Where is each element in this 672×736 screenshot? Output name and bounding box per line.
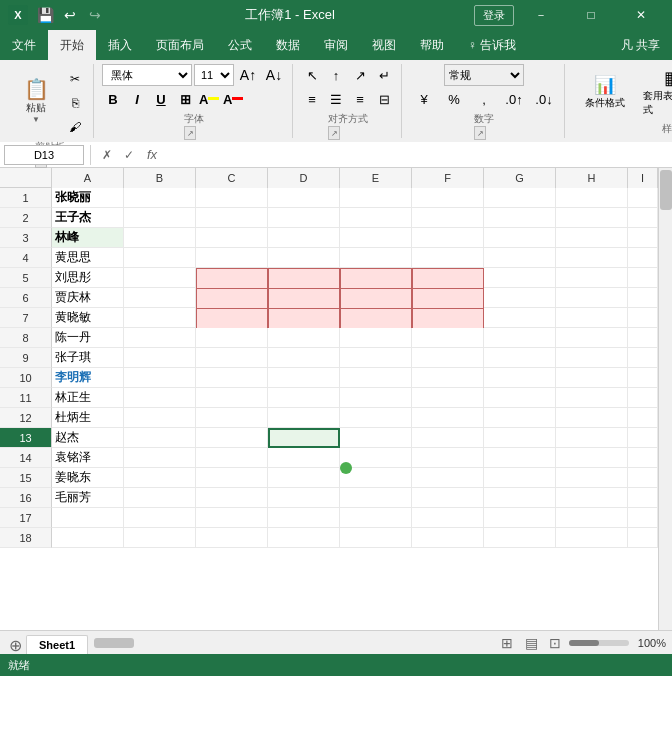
cell-c15[interactable] [196,468,268,488]
col-header-c[interactable]: C [196,168,268,188]
cell-h11[interactable] [556,388,628,408]
col-header-i[interactable]: I [628,168,658,188]
bold-button[interactable]: B [102,88,124,110]
row-header-16[interactable]: 16 [0,488,52,508]
tab-formula[interactable]: 公式 [216,30,264,60]
cell-f13[interactable] [412,428,484,448]
cell-g15[interactable] [484,468,556,488]
number-format-select[interactable]: 常规 [444,64,524,86]
cell-g3[interactable] [484,228,556,248]
font-color-button[interactable]: A [222,88,244,110]
cell-a10[interactable]: 李明辉 [52,368,124,388]
cell-b13[interactable] [124,428,196,448]
font-family-select[interactable]: 黑体 [102,64,192,86]
align-top-right-button[interactable]: ↗ [349,64,371,86]
comma-button[interactable]: , [470,88,498,110]
number-collapse-button[interactable]: ↗ [474,126,486,140]
cell-h4[interactable] [556,248,628,268]
underline-button[interactable]: U [150,88,172,110]
row-header-13[interactable]: 13 [0,428,52,448]
cell-h8[interactable] [556,328,628,348]
cell-d16[interactable] [268,488,340,508]
col-header-h[interactable]: H [556,168,628,188]
cell-e15[interactable] [340,468,412,488]
cell-e3[interactable] [340,228,412,248]
cell-a11[interactable]: 林正生 [52,388,124,408]
page-break-view-button[interactable]: ⊡ [545,633,565,653]
tab-page-layout[interactable]: 页面布局 [144,30,216,60]
cell-c2[interactable] [196,208,268,228]
cell-h17[interactable] [556,508,628,528]
cell-i7[interactable] [628,308,658,328]
cell-i18[interactable] [628,528,658,548]
cell-e9[interactable] [340,348,412,368]
vertical-scrollbar[interactable] [658,168,672,630]
cell-d4[interactable] [268,248,340,268]
cell-g18[interactable] [484,528,556,548]
cell-f7[interactable] [412,308,484,330]
cell-a18[interactable] [52,528,124,548]
cell-e6[interactable] [340,288,412,310]
cell-d13[interactable] [268,428,340,448]
cell-d7[interactable] [268,308,340,330]
cell-i3[interactable] [628,228,658,248]
row-header-6[interactable]: 6 [0,288,52,308]
conditional-format-button[interactable]: 📊 条件格式 [573,71,637,113]
corner-header[interactable] [0,168,52,188]
tab-data[interactable]: 数据 [264,30,312,60]
name-box[interactable] [4,145,84,165]
cell-b17[interactable] [124,508,196,528]
cell-b7[interactable] [124,308,196,328]
cell-b14[interactable] [124,448,196,468]
decrease-font-button[interactable]: A↓ [262,64,286,86]
cell-h13[interactable] [556,428,628,448]
cell-e14[interactable] [340,448,412,468]
row-header-1[interactable]: 1 [0,188,52,208]
cell-e12[interactable] [340,408,412,428]
cell-e11[interactable] [340,388,412,408]
cell-d15[interactable] [268,468,340,488]
cell-e18[interactable] [340,528,412,548]
cell-b9[interactable] [124,348,196,368]
cell-g4[interactable] [484,248,556,268]
cell-a1[interactable]: 张晓丽 [52,188,124,208]
col-header-e[interactable]: E [340,168,412,188]
tab-view[interactable]: 视图 [360,30,408,60]
tab-tell-me[interactable]: ♀ 告诉我 [456,30,528,60]
cell-d3[interactable] [268,228,340,248]
increase-font-button[interactable]: A↑ [236,64,260,86]
cell-e5[interactable] [340,268,412,290]
row-header-10[interactable]: 10 [0,368,52,388]
cell-h1[interactable] [556,188,628,208]
cell-f16[interactable] [412,488,484,508]
cell-g12[interactable] [484,408,556,428]
cell-b11[interactable] [124,388,196,408]
cell-i6[interactable] [628,288,658,308]
cell-h3[interactable] [556,228,628,248]
page-layout-view-button[interactable]: ▤ [521,633,541,653]
cell-a2[interactable]: 王子杰 [52,208,124,228]
cell-b3[interactable] [124,228,196,248]
font-collapse-button[interactable]: ↗ [184,126,196,140]
cell-c13[interactable] [196,428,268,448]
cell-c17[interactable] [196,508,268,528]
cell-b6[interactable] [124,288,196,308]
redo-button[interactable]: ↪ [84,4,106,26]
cell-e4[interactable] [340,248,412,268]
cell-i10[interactable] [628,368,658,388]
cell-i8[interactable] [628,328,658,348]
wrap-text-button[interactable]: ↵ [373,64,395,86]
cell-h6[interactable] [556,288,628,308]
cell-i17[interactable] [628,508,658,528]
cell-c8[interactable] [196,328,268,348]
cell-i1[interactable] [628,188,658,208]
cell-b16[interactable] [124,488,196,508]
sheet-tab-1[interactable]: Sheet1 [26,635,88,655]
cell-h16[interactable] [556,488,628,508]
col-header-f[interactable]: F [412,168,484,188]
table-format-button[interactable]: ▦ 套用表格格式 [640,64,672,120]
cell-a16[interactable]: 毛丽芳 [52,488,124,508]
cell-b18[interactable] [124,528,196,548]
cell-g5[interactable] [484,268,556,288]
align-collapse-button[interactable]: ↗ [328,126,340,140]
